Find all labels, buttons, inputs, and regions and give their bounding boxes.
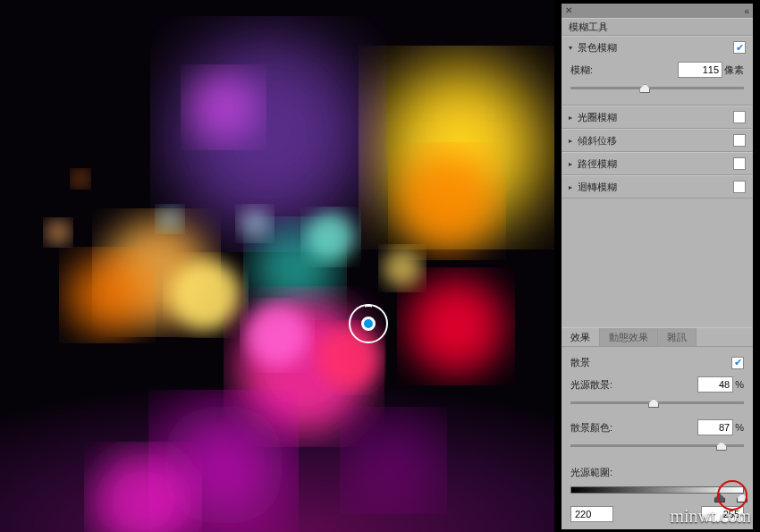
path-blur-checkbox[interactable]: ✔ <box>733 157 746 170</box>
tab-motion[interactable]: 動態效果 <box>600 328 658 346</box>
light-range-label: 光源範圍: <box>570 466 744 479</box>
section-tilt-shift: ▸ 傾斜位移 ✔ <box>562 129 753 152</box>
watermark: minwt.com <box>670 506 751 527</box>
range-thumb-low[interactable] <box>714 494 725 502</box>
section-label: 迴轉模糊 <box>578 181 733 194</box>
effects-tabs: 效果 動態效果 雜訊 <box>562 327 753 347</box>
section-header-spin-blur[interactable]: ▸ 迴轉模糊 ✔ <box>562 176 753 198</box>
svg-point-7 <box>67 255 148 335</box>
chevron-right-icon: ▸ <box>569 114 572 122</box>
collapse-icon[interactable]: « <box>744 6 749 16</box>
tilt-shift-checkbox[interactable]: ✔ <box>733 134 746 147</box>
blur-amount-unit: 像素 <box>724 63 744 77</box>
chevron-right-icon: ▸ <box>569 160 572 168</box>
light-bokeh-slider[interactable] <box>570 396 744 410</box>
chevron-down-icon: ▾ <box>569 44 572 52</box>
spin-blur-checkbox[interactable]: ✔ <box>733 181 746 193</box>
iris-blur-checkbox[interactable]: ✔ <box>733 111 746 123</box>
blur-pin-target[interactable] <box>349 304 388 343</box>
section-header-iris-blur[interactable]: ▸ 光圈模糊 ✔ <box>562 106 753 128</box>
bokeh-color-unit: % <box>735 422 744 433</box>
svg-point-18 <box>46 220 71 245</box>
panel-title: 模糊工具 <box>562 18 753 36</box>
section-label: 傾斜位移 <box>578 134 733 148</box>
svg-point-5 <box>188 72 259 143</box>
section-field-blur: ▾ 景色模糊 ✔ 模糊: 像素 <box>562 36 753 106</box>
svg-point-19 <box>72 170 89 188</box>
field-blur-body: 模糊: 像素 <box>562 58 753 105</box>
slider-thumb[interactable] <box>716 442 727 451</box>
section-label: 路徑模糊 <box>578 157 733 171</box>
svg-point-3 <box>398 152 496 250</box>
chevron-right-icon: ▸ <box>569 183 572 191</box>
bokeh-checkbox[interactable]: ✔ <box>731 357 744 369</box>
blur-amount-slider[interactable] <box>570 81 744 96</box>
tab-noise[interactable]: 雜訊 <box>658 328 697 346</box>
svg-point-14 <box>407 277 505 376</box>
blur-pin-dot <box>361 317 376 331</box>
section-label: 光圈模糊 <box>578 111 733 124</box>
section-spin-blur: ▸ 迴轉模糊 ✔ <box>562 175 753 198</box>
section-path-blur: ▸ 路徑模糊 ✔ <box>562 152 753 175</box>
svg-point-8 <box>170 259 241 331</box>
range-thumb-high[interactable] <box>737 494 747 502</box>
svg-point-17 <box>349 416 438 505</box>
section-header-tilt-shift[interactable]: ▸ 傾斜位移 ✔ <box>562 130 753 151</box>
svg-point-10 <box>306 212 356 262</box>
bokeh-color-input[interactable] <box>697 419 733 435</box>
blur-amount-label: 模糊: <box>570 63 678 77</box>
bokeh-color-slider[interactable] <box>570 439 744 453</box>
light-bokeh-label: 光源散景: <box>570 378 697 392</box>
panel-header[interactable]: ✕ « <box>562 4 753 18</box>
canvas-preview[interactable] <box>0 0 554 532</box>
svg-point-20 <box>157 207 182 232</box>
light-bokeh-input[interactable] <box>697 376 733 393</box>
bokeh-label: 散景 <box>570 356 731 369</box>
section-header-path-blur[interactable]: ▸ 路徑模糊 ✔ <box>562 153 753 174</box>
section-label: 景色模糊 <box>578 41 733 55</box>
close-icon[interactable]: ✕ <box>565 6 572 15</box>
slider-thumb[interactable] <box>639 84 650 93</box>
field-blur-checkbox[interactable]: ✔ <box>733 41 746 54</box>
gradient-track <box>570 486 744 494</box>
bokeh-background <box>0 0 554 532</box>
chevron-right-icon: ▸ <box>569 137 572 145</box>
light-range-slider[interactable] <box>570 483 744 501</box>
light-range-lo-input[interactable] <box>570 506 613 522</box>
section-header-field-blur[interactable]: ▾ 景色模糊 ✔ <box>562 37 753 58</box>
section-iris-blur: ▸ 光圈模糊 ✔ <box>562 106 753 129</box>
svg-point-22 <box>383 249 422 288</box>
slider-thumb[interactable] <box>648 399 659 408</box>
bokeh-color-label: 散景顏色: <box>570 421 697 435</box>
blur-tools-panel: ✕ « 模糊工具 ▾ 景色模糊 ✔ 模糊: 像素 ▸ 光圈模糊 ✔ <box>562 4 753 529</box>
light-bokeh-unit: % <box>735 379 744 390</box>
blur-amount-input[interactable] <box>678 62 722 78</box>
tab-effects[interactable]: 效果 <box>562 328 600 346</box>
effects-panel: 散景 ✔ 光源散景: % 散景顏色: % 光源範圍: <box>562 347 753 529</box>
svg-point-4 <box>170 36 367 232</box>
svg-point-12 <box>246 304 308 367</box>
svg-point-21 <box>239 207 271 240</box>
